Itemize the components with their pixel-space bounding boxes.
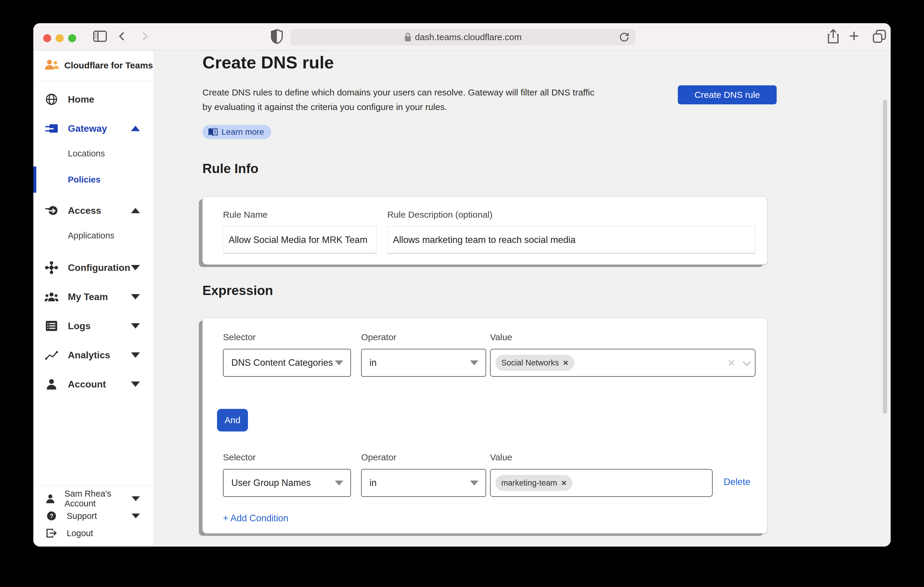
sidebar-item-label: Gateway xyxy=(68,123,107,134)
sidebar-item-access[interactable]: Access xyxy=(33,201,153,220)
privacy-shield-icon[interactable] xyxy=(271,29,283,45)
back-button[interactable] xyxy=(120,33,126,40)
sidebar-item-logs[interactable]: Logs xyxy=(33,316,153,335)
page-title: Create DNS rule xyxy=(203,53,334,72)
person-icon xyxy=(45,493,56,504)
selector-value: User Group Names xyxy=(231,478,311,488)
browser-window: dash.teams.cloudflare.com + xyxy=(33,23,891,547)
sidebar-item-label: Locations xyxy=(68,149,105,158)
and-button[interactable]: And xyxy=(217,409,248,431)
globe-icon xyxy=(45,93,58,105)
value-multiselect[interactable]: marketing-team × xyxy=(490,469,713,497)
main-content: Create DNS rule Create DNS rules to defi… xyxy=(154,51,891,547)
chevron-down-icon xyxy=(335,360,343,365)
learn-more-label: Learn more xyxy=(221,127,264,137)
forward-button[interactable] xyxy=(140,33,147,40)
sidebar: Cloudflare for Teams Home xyxy=(33,51,154,547)
logout-label: Logout xyxy=(67,528,93,538)
sidebar-item-policies[interactable]: Policies xyxy=(33,171,153,188)
chevron-up-icon xyxy=(131,208,140,213)
selector-label: Selector xyxy=(223,332,256,342)
sidebar-item-label: Home xyxy=(68,94,94,105)
reload-icon[interactable] xyxy=(618,31,630,45)
chevron-down-icon xyxy=(132,496,140,501)
value-tag: marketing-team × xyxy=(495,475,573,491)
add-condition-link[interactable]: + Add Condition xyxy=(223,513,289,524)
sidebar-item-label: My Team xyxy=(68,291,108,303)
help-icon: ? xyxy=(45,511,58,521)
logs-icon xyxy=(45,320,58,332)
chevron-down-icon[interactable] xyxy=(743,358,751,366)
create-dns-rule-button[interactable]: Create DNS rule xyxy=(678,86,777,104)
rule-name-label: Rule Name xyxy=(223,210,267,220)
window-minimize-button[interactable] xyxy=(56,34,64,42)
selector-dropdown[interactable]: DNS Content Categories xyxy=(223,349,351,377)
rule-description-input[interactable] xyxy=(387,226,755,254)
chevron-down-icon xyxy=(470,360,478,365)
chevron-down-icon xyxy=(131,265,140,270)
account-menu[interactable]: Sam Rhea's Account xyxy=(33,490,153,507)
window-zoom-button[interactable] xyxy=(68,34,76,42)
sidebar-item-label: Logs xyxy=(68,321,91,332)
sidebar-item-gateway[interactable]: Gateway xyxy=(33,119,153,138)
sidebar-toggle-icon[interactable] xyxy=(93,30,107,44)
operator-label: Operator xyxy=(361,452,396,462)
sidebar-item-locations[interactable]: Locations xyxy=(33,145,153,162)
sidebar-item-configuration[interactable]: Configuration xyxy=(33,258,153,277)
brand: Cloudflare for Teams xyxy=(33,51,153,80)
browser-chrome: dash.teams.cloudflare.com + xyxy=(33,23,891,51)
lock-icon xyxy=(404,33,411,42)
page-scrollbar[interactable] xyxy=(883,100,887,414)
sidebar-item-label: Analytics xyxy=(68,350,110,361)
sidebar-item-label: Policies xyxy=(68,175,101,185)
rule-name-input[interactable] xyxy=(223,226,376,254)
access-icon xyxy=(45,205,58,217)
sidebar-item-applications[interactable]: Applications xyxy=(33,227,153,244)
operator-dropdown[interactable]: in xyxy=(361,349,486,377)
operator-label: Operator xyxy=(361,332,396,342)
value-tag: Social Networks × xyxy=(495,355,574,371)
operator-value: in xyxy=(370,478,376,488)
remove-tag-icon[interactable]: × xyxy=(561,478,567,488)
address-bar[interactable]: dash.teams.cloudflare.com xyxy=(290,29,635,46)
new-tab-icon[interactable]: + xyxy=(849,28,859,43)
page-description: Create DNS rules to define which domains… xyxy=(203,85,594,114)
sidebar-item-label: Configuration xyxy=(68,262,130,273)
operator-dropdown[interactable]: in xyxy=(361,469,486,497)
book-icon xyxy=(208,128,218,136)
url-text: dash.teams.cloudflare.com xyxy=(415,32,522,42)
window-close-button[interactable] xyxy=(43,34,51,42)
tab-overview-icon[interactable] xyxy=(872,29,886,44)
logout-button[interactable]: Logout xyxy=(33,525,153,542)
value-tag-text: marketing-team xyxy=(501,478,557,488)
sidebar-item-account[interactable]: Account xyxy=(33,375,153,394)
value-tag-text: Social Networks xyxy=(501,358,559,368)
selector-dropdown[interactable]: User Group Names xyxy=(223,469,351,497)
share-icon[interactable] xyxy=(827,28,840,45)
sidebar-item-my-team[interactable]: My Team xyxy=(33,287,153,306)
brand-label: Cloudflare for Teams xyxy=(64,60,153,71)
operator-value: in xyxy=(370,357,376,368)
selector-label: Selector xyxy=(223,452,256,462)
rule-info-card: Rule Name Rule Description (optional) xyxy=(203,196,767,265)
chevron-down-icon xyxy=(470,480,478,486)
account-menu-label: Sam Rhea's Account xyxy=(64,489,132,508)
sidebar-item-label: Account xyxy=(68,379,106,390)
support-menu[interactable]: ? Support xyxy=(33,507,153,525)
selector-value: DNS Content Categories xyxy=(231,357,333,368)
chevron-down-icon xyxy=(131,381,140,387)
sidebar-item-home[interactable]: Home xyxy=(33,90,153,109)
chevron-down-icon xyxy=(335,480,343,486)
page-description-line2: by evaluating it against the criteria yo… xyxy=(203,100,594,114)
remove-tag-icon[interactable]: × xyxy=(563,358,569,368)
rule-info-heading: Rule Info xyxy=(203,161,258,176)
delete-condition-link[interactable]: Delete xyxy=(724,477,751,487)
learn-more-badge[interactable]: Learn more xyxy=(203,125,271,139)
sidebar-footer: Sam Rhea's Account ? Support xyxy=(33,486,153,547)
sidebar-item-analytics[interactable]: Analytics xyxy=(33,345,153,365)
chevron-up-icon xyxy=(131,126,140,131)
clear-all-icon[interactable]: × xyxy=(728,356,735,369)
value-multiselect[interactable]: Social Networks × × xyxy=(490,349,756,377)
team-icon xyxy=(45,291,58,302)
chevron-down-icon xyxy=(131,294,140,299)
